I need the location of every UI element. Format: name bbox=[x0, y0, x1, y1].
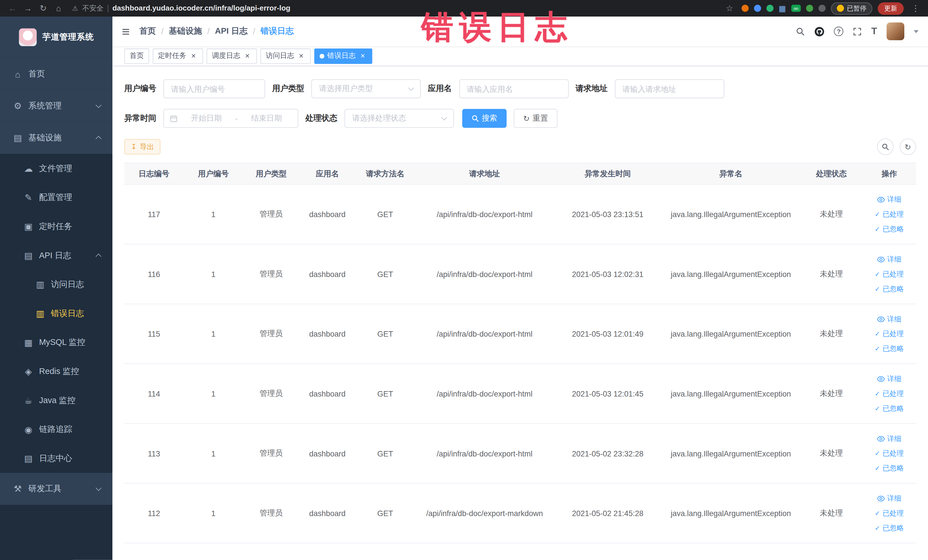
mark-processed-link[interactable]: ✓ 已处理 bbox=[865, 327, 913, 341]
refresh-button[interactable]: ↻ bbox=[899, 138, 916, 155]
user-avatar[interactable] bbox=[887, 23, 904, 40]
export-button[interactable]: ↧ 导出 bbox=[124, 139, 160, 155]
cell-exception-name: java.lang.IllegalArgumentException bbox=[661, 184, 801, 244]
app-shell: 芋道管理系统 ⌂ 首页 ⚙ 系统管理 ▤ 基础设施 bbox=[0, 17, 928, 560]
cell-actions: 详细 ✓ 已处理 ✓ 已忽略 bbox=[862, 244, 916, 304]
mark-processed-link[interactable]: ✓ 已处理 bbox=[865, 506, 913, 520]
mark-processed-link[interactable]: ✓ 已处理 bbox=[865, 267, 913, 282]
paused-badge[interactable]: 已暂停 bbox=[831, 2, 872, 15]
extension-icon[interactable] bbox=[806, 5, 814, 12]
select-placeholder: 请选择处理状态 bbox=[352, 113, 406, 124]
cell-method: GET bbox=[356, 364, 415, 424]
tags-view-bar: 首页 定时任务 × 调度日志 × 访问日志 × 错误日志 × bbox=[112, 46, 928, 67]
detail-link[interactable]: 详细 bbox=[865, 311, 913, 327]
search-icon[interactable] bbox=[796, 27, 805, 36]
detail-link[interactable]: 详细 bbox=[865, 371, 913, 386]
help-icon[interactable]: ? bbox=[834, 26, 844, 36]
mark-ignored-link[interactable]: ✓ 已忽略 bbox=[865, 341, 913, 356]
sidebar-item-file-management[interactable]: ☁ 文件管理 bbox=[0, 154, 112, 183]
url-text[interactable]: dashboard.yudao.iocoder.cn/infra/log/api… bbox=[112, 4, 290, 12]
github-icon[interactable] bbox=[815, 26, 824, 36]
tab-access-log[interactable]: 访问日志 × bbox=[261, 48, 311, 64]
address-bar[interactable]: ⚠ 不安全 dashboard.yudao.iocoder.cn/infra/l… bbox=[72, 3, 720, 13]
browser-home-icon[interactable]: ⌂ bbox=[52, 4, 65, 12]
extension-icon[interactable] bbox=[742, 5, 749, 12]
sidebar-item-system[interactable]: ⚙ 系统管理 bbox=[0, 90, 112, 122]
close-icon[interactable]: × bbox=[359, 52, 367, 60]
close-icon[interactable]: × bbox=[189, 52, 198, 60]
sidebar-item-config-management[interactable]: ✎ 配置管理 bbox=[0, 183, 112, 212]
sidebar-item-infra[interactable]: ▤ 基础设施 bbox=[0, 122, 112, 154]
exception-time-range-picker[interactable]: 开始日期 - 结束日期 bbox=[163, 109, 298, 128]
cell-exception-time: 2021-05-02 23:32:28 bbox=[554, 423, 661, 483]
extensions-puzzle-icon[interactable] bbox=[818, 5, 826, 12]
sidebar-item-api-log[interactable]: ▤ API 日志 bbox=[0, 241, 112, 270]
caret-down-icon[interactable] bbox=[914, 30, 919, 33]
tab-home[interactable]: 首页 bbox=[124, 48, 149, 64]
user-id-input[interactable] bbox=[163, 79, 265, 98]
font-size-icon[interactable]: T bbox=[871, 26, 877, 36]
app-name-input[interactable] bbox=[459, 79, 569, 98]
table-row: 117 1 管理员 dashboard GET /api/infra/db-do… bbox=[124, 184, 916, 244]
tab-error-log[interactable]: 错误日志 × bbox=[314, 48, 372, 64]
extension-grid-icon[interactable]: ▦ bbox=[779, 5, 786, 12]
mark-processed-link[interactable]: ✓ 已处理 bbox=[865, 446, 913, 461]
sidebar-filler bbox=[0, 505, 112, 560]
table-row: 115 1 管理员 dashboard GET /api/infra/db-do… bbox=[124, 304, 916, 364]
mark-processed-link[interactable]: ✓ 已处理 bbox=[865, 207, 913, 222]
sidebar-item-access-log[interactable]: ▥ 访问日志 bbox=[0, 270, 112, 299]
process-status-select[interactable]: 请选择处理状态 bbox=[344, 109, 454, 128]
fullscreen-icon[interactable] bbox=[853, 27, 862, 36]
extension-on-badge[interactable]: on bbox=[791, 5, 801, 12]
sidebar-item-error-log[interactable]: ▥ 错误日志 bbox=[0, 299, 112, 328]
mark-ignored-link[interactable]: ✓ 已忽略 bbox=[865, 281, 913, 296]
sidebar-item-dev-tools[interactable]: ⚒ 研发工具 bbox=[0, 473, 112, 505]
cell-exception-time: 2021-05-03 12:02:31 bbox=[554, 244, 661, 304]
breadcrumb-item-home[interactable]: 首页 bbox=[139, 26, 156, 37]
sidebar-item-link-tracing[interactable]: ◉ 链路追踪 bbox=[0, 415, 112, 444]
sidebar-item-redis-monitor[interactable]: ◈ Redis 监控 bbox=[0, 357, 112, 386]
breadcrumb-item-api-log[interactable]: API 日志 bbox=[215, 26, 248, 37]
sidebar-item-mysql-monitor[interactable]: ▦ MySQL 监控 bbox=[0, 328, 112, 357]
bookmark-star-icon[interactable]: ☆ bbox=[723, 4, 736, 12]
mark-ignored-link[interactable]: ✓ 已忽略 bbox=[865, 520, 913, 536]
detail-link[interactable]: 详细 bbox=[865, 192, 913, 207]
tab-scheduled-jobs[interactable]: 定时任务 × bbox=[153, 48, 203, 64]
sidebar-item-log-center[interactable]: ▤ 日志中心 bbox=[0, 444, 112, 473]
forward-icon[interactable]: → bbox=[21, 4, 35, 12]
sidebar-item-java-monitor[interactable]: ☕ Java 监控 bbox=[0, 386, 112, 415]
breadcrumb-item-infra[interactable]: 基础设施 bbox=[169, 26, 202, 37]
browser-menu-icon[interactable]: ⋮ bbox=[909, 4, 922, 12]
update-button[interactable]: 更新 bbox=[878, 2, 904, 15]
mark-ignored-link[interactable]: ✓ 已忽略 bbox=[865, 401, 913, 416]
detail-link[interactable]: 详细 bbox=[865, 491, 913, 506]
sidebar-item-home[interactable]: ⌂ 首页 bbox=[0, 58, 112, 90]
hamburger-icon[interactable]: ≡ bbox=[122, 24, 130, 38]
col-method: 请求方法名 bbox=[356, 163, 415, 185]
mark-processed-link[interactable]: ✓ 已处理 bbox=[865, 386, 913, 401]
close-icon[interactable]: × bbox=[243, 52, 252, 60]
extension-icon[interactable] bbox=[754, 5, 761, 12]
request-url-input[interactable] bbox=[615, 79, 724, 98]
sidebar-item-scheduled-jobs[interactable]: ▣ 定时任务 bbox=[0, 212, 112, 241]
app-logo-area[interactable]: 芋道管理系统 bbox=[0, 17, 112, 58]
reset-button[interactable]: ↻ 重置 bbox=[514, 109, 557, 128]
cell-actions: 详细 ✓ 已处理 ✓ 已忽略 bbox=[862, 304, 916, 364]
database-icon: ◈ bbox=[23, 366, 34, 377]
user-type-select[interactable]: 请选择用户类型 bbox=[311, 79, 421, 98]
search-button[interactable]: 搜索 bbox=[462, 109, 507, 128]
back-icon[interactable]: ← bbox=[6, 4, 19, 12]
tab-dispatch-log[interactable]: 调度日志 × bbox=[206, 48, 257, 64]
mark-ignored-link[interactable]: ✓ 已忽略 bbox=[865, 461, 913, 476]
cell-user-type: 管理员 bbox=[243, 184, 299, 244]
close-icon[interactable]: × bbox=[297, 52, 305, 60]
reload-icon[interactable]: ↻ bbox=[37, 4, 50, 12]
toggle-search-button[interactable] bbox=[877, 138, 894, 155]
error-log-table: 日志编号 用户编号 用户类型 应用名 请求方法名 请求地址 异常发生时间 异常名… bbox=[124, 163, 916, 543]
detail-link[interactable]: 详细 bbox=[865, 252, 913, 267]
extension-icon[interactable] bbox=[766, 5, 773, 12]
detail-link[interactable]: 详细 bbox=[865, 431, 913, 446]
chevron-down-icon bbox=[441, 115, 447, 121]
mark-ignored-link[interactable]: ✓ 已忽略 bbox=[865, 222, 913, 237]
cell-request-url: /api/infra/db-doc/export-html bbox=[415, 304, 554, 364]
